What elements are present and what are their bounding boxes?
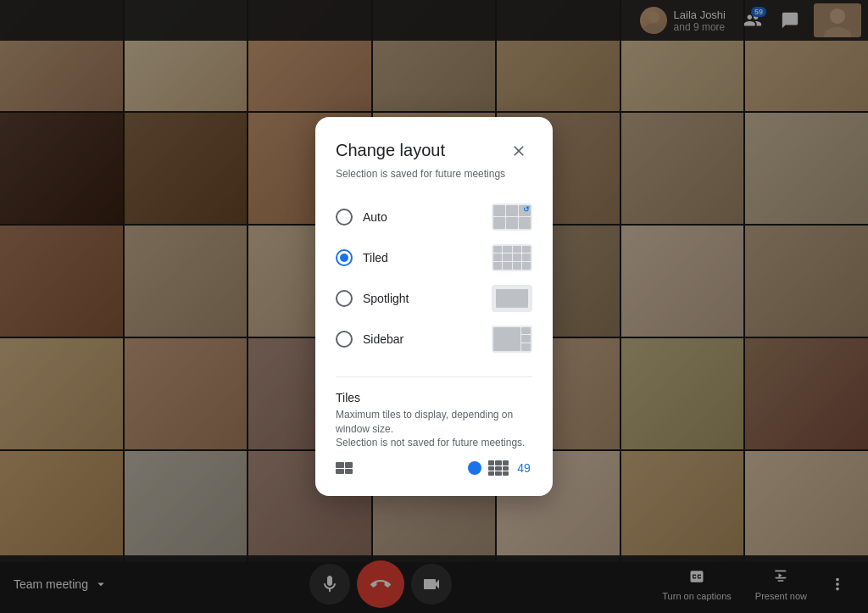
tiles-value: 49	[515, 461, 532, 475]
radio-tiled	[336, 249, 353, 266]
dialog-subtitle: Selection is saved for future meetings	[336, 168, 532, 180]
layout-option-spotlight[interactable]: Spotlight	[336, 278, 532, 319]
radio-sidebar	[336, 331, 353, 348]
layout-option-tiled[interactable]: Tiled	[336, 237, 532, 278]
close-icon	[510, 142, 527, 159]
layout-label-sidebar: Sidebar	[363, 332, 403, 346]
tiles-slider[interactable]	[359, 466, 481, 470]
radio-auto	[336, 209, 353, 226]
radio-spotlight	[336, 290, 353, 307]
layout-icon-auto: ↺	[492, 203, 532, 231]
dialog-title: Change layout	[336, 141, 445, 160]
layout-icon-sidebar	[492, 326, 532, 353]
layout-option-auto[interactable]: Auto ↺	[336, 197, 532, 237]
layout-options: Auto ↺ Tiled	[336, 197, 532, 359]
layout-icon-spotlight	[492, 285, 532, 312]
tiles-section: Tiles Maximum tiles to display, dependin…	[336, 376, 532, 476]
layout-label-tiled: Tiled	[363, 251, 388, 265]
modal-overlay[interactable]: Change layout Selection is saved for fut…	[0, 0, 868, 613]
tiles-title: Tiles	[336, 391, 532, 404]
dialog-close-button[interactable]	[505, 137, 532, 164]
layout-icon-tiled	[492, 244, 532, 271]
dialog-header: Change layout	[336, 137, 532, 164]
tiles-max-icon	[488, 460, 509, 476]
change-layout-dialog: Change layout Selection is saved for fut…	[315, 117, 553, 496]
layout-option-sidebar[interactable]: Sidebar	[336, 319, 532, 359]
tiles-desc: Maximum tiles to display, depending on w…	[336, 408, 532, 450]
layout-label-auto: Auto	[363, 210, 387, 224]
tiles-slider-row: 49	[336, 460, 532, 476]
layout-label-spotlight: Spotlight	[363, 292, 409, 305]
tiles-min-icon	[336, 462, 353, 474]
